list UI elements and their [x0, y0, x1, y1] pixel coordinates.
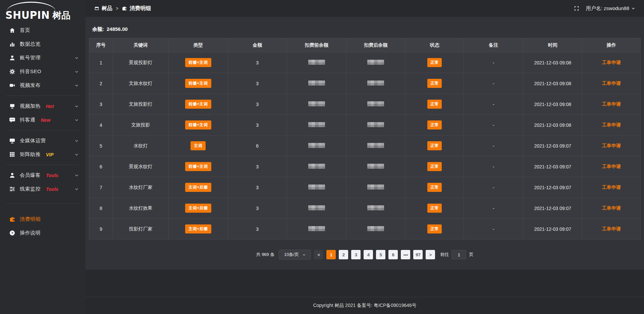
work-order-link[interactable]: 工单申请 — [602, 122, 621, 127]
redacted-balance-after — [367, 185, 384, 190]
user-menu[interactable]: 用户名: zswodun88 — [586, 5, 635, 12]
cell-type: 主词+后缀 — [169, 198, 228, 219]
goto-page: 前往 页 — [440, 250, 473, 259]
cell-balance-after — [346, 52, 406, 73]
chevron-down-icon — [74, 139, 79, 143]
cell-amount: 3 — [228, 198, 287, 219]
logo[interactable]: SHUPIN 树品 — [0, 0, 86, 20]
cell-type: 主词 — [169, 136, 228, 156]
cell-status: 正常 — [406, 177, 464, 198]
amount-text: 3 — [256, 60, 259, 65]
work-order-link[interactable]: 工单申请 — [602, 164, 621, 169]
sidebar-item-gear[interactable]: 抖音SEO — [0, 65, 86, 78]
work-order-link[interactable]: 工单申请 — [602, 226, 621, 231]
cell-balance-after — [346, 94, 406, 115]
status-badge: 正常 — [427, 204, 442, 213]
cell-balance-after — [346, 177, 406, 198]
sidebar-item-label: 会员爆客 — [20, 172, 41, 178]
cell-amount: 3 — [228, 219, 287, 240]
sidebar-item-label: 视频发布 — [20, 82, 41, 89]
fullscreen-icon[interactable] — [574, 6, 579, 11]
sidebar-item-heat[interactable]: 视频加热Hot — [0, 99, 86, 113]
sidebar-item-home[interactable]: 首页 — [0, 23, 86, 37]
next-page-button[interactable]: > — [426, 250, 435, 259]
cell-remark: - — [464, 219, 523, 240]
menu-divider — [6, 96, 79, 96]
table-row: 7水纹灯厂家主词+后缀3正常-2021-12-03 09:07工单申请 — [89, 177, 641, 198]
row-index: 5 — [100, 143, 102, 149]
time-text: 2021-12-03 09:07 — [534, 143, 571, 149]
cell-index: 2 — [89, 73, 113, 94]
work-order-link[interactable]: 工单申请 — [602, 185, 621, 190]
keyword-text: 投影灯厂家 — [129, 226, 152, 231]
remark-text: - — [493, 81, 494, 86]
sidebar-item-label: 抖音SEO — [20, 68, 41, 75]
table-row: 5水纹灯主词6正常-2021-12-03 09:07工单申请 — [89, 136, 641, 156]
remark-text: - — [493, 60, 494, 65]
remark-text: - — [493, 226, 494, 232]
app-icon — [94, 6, 99, 11]
cell-time: 2021-12-03 09:07 — [523, 156, 582, 177]
redacted-balance-before — [308, 122, 325, 127]
breadcrumb-item-home[interactable]: 树品 — [94, 5, 112, 12]
redacted-balance-before — [308, 81, 325, 86]
balance-value: 24856.00 — [107, 26, 128, 33]
page-size-select[interactable]: 10条/页 — [279, 250, 311, 260]
logo-text-en: SHUPIN — [5, 10, 50, 20]
sidebar-item-chart[interactable]: 数据总览 — [0, 37, 86, 51]
cell-status: 正常 — [406, 156, 464, 177]
page-button-5[interactable]: 5 — [376, 250, 385, 259]
cell-balance-after — [346, 136, 406, 156]
sidebar-item-sliders[interactable]: 线索监控Tools — [0, 182, 86, 196]
page-button-2[interactable]: 2 — [339, 250, 348, 259]
cell-balance-before — [287, 219, 346, 240]
page-button-97[interactable]: 97 — [413, 250, 423, 259]
sidebar-item-grid[interactable]: 矩阵助推VIP — [0, 148, 86, 161]
chevron-down-icon — [74, 187, 79, 191]
remark-text: - — [493, 143, 494, 149]
table-row: 9投影灯厂家主词+后缀3正常-2021-12-03 09:07工单申请 — [89, 219, 641, 240]
menu-tag-badge: VIP — [46, 152, 54, 157]
sidebar-item-user[interactable]: 会员爆客Tools — [0, 168, 86, 182]
more-pages-button[interactable]: ••• — [401, 250, 410, 259]
sidebar-item-monitor[interactable]: 全媒体运营 — [0, 134, 86, 148]
chat-icon — [9, 117, 15, 123]
keyword-text: 水纹灯厂家 — [129, 185, 152, 190]
work-order-link[interactable]: 工单申请 — [602, 101, 621, 107]
main-column: 树品 > 消费明细 用户名: zswodun88 余额: 24856.00 — [86, 0, 644, 314]
status-badge: 正常 — [427, 162, 442, 171]
cell-amount: 3 — [228, 94, 287, 115]
sidebar-item-label: 账号管理 — [20, 55, 41, 61]
work-order-link[interactable]: 工单申请 — [602, 143, 621, 148]
menu-tag-badge: New — [41, 117, 51, 123]
sidebar-item-label: 消费明细 — [20, 216, 41, 222]
remark-text: - — [493, 206, 494, 211]
prev-page-button[interactable]: < — [314, 250, 323, 259]
work-order-link[interactable]: 工单申请 — [602, 60, 621, 65]
cell-index: 4 — [89, 115, 113, 136]
breadcrumb-item-current[interactable]: 消费明细 — [122, 5, 151, 12]
column-header: 类型 — [169, 38, 228, 52]
sidebar: SHUPIN 树品 首页数据总览账号管理抖音SEO视频发布视频加热Hot抖客通N… — [0, 0, 86, 314]
chevron-down-icon — [74, 152, 79, 157]
sidebar-item-chat[interactable]: 抖客通New — [0, 113, 86, 127]
sidebar-item-user[interactable]: 账号管理 — [0, 51, 86, 65]
remark-text: - — [493, 185, 494, 190]
work-order-link[interactable]: 工单申请 — [602, 205, 621, 211]
goto-page-input[interactable] — [451, 250, 466, 259]
amount-text: 3 — [256, 206, 259, 211]
cell-remark: - — [464, 52, 523, 73]
cell-status: 正常 — [406, 52, 464, 73]
page-button-1[interactable]: 1 — [326, 250, 336, 259]
sidebar-item-question[interactable]: ?操作说明 — [0, 226, 86, 240]
goto-label: 前往 — [440, 252, 449, 258]
page-button-4[interactable]: 4 — [364, 250, 373, 259]
page-button-6[interactable]: 6 — [388, 250, 398, 259]
work-order-link[interactable]: 工单申请 — [602, 81, 621, 86]
chevron-down-icon — [302, 253, 306, 257]
chevron-down-icon — [631, 6, 635, 10]
sidebar-item-video[interactable]: 视频发布 — [0, 78, 86, 92]
sidebar-item-wallet[interactable]: 消费明细 — [0, 212, 86, 226]
page-button-3[interactable]: 3 — [351, 250, 361, 259]
cell-remark: - — [464, 198, 523, 219]
